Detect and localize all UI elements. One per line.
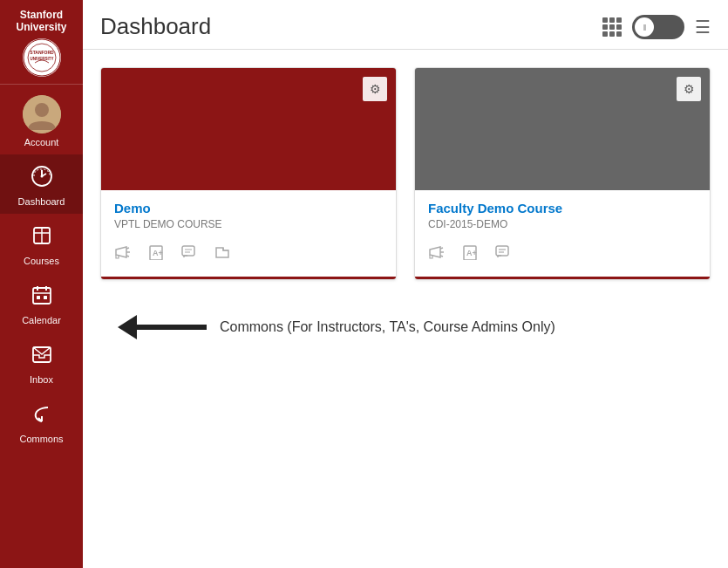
sidebar: Stanford University STANFORD UNIVERSITY … bbox=[0, 0, 83, 568]
svg-point-5 bbox=[35, 103, 49, 117]
toggle-knob bbox=[635, 17, 654, 37]
account-avatar bbox=[23, 95, 61, 133]
page-title: Dashboard bbox=[100, 13, 211, 40]
course-title-demo[interactable]: Demo bbox=[114, 201, 383, 216]
card-settings-button-demo[interactable]: ⚙ bbox=[363, 77, 387, 101]
files-icon-demo[interactable] bbox=[214, 244, 231, 264]
card-actions-demo: A+ bbox=[114, 239, 383, 266]
svg-rect-16 bbox=[44, 296, 47, 299]
grid-dot bbox=[616, 24, 622, 30]
sidebar-item-courses[interactable]: Courses bbox=[0, 214, 83, 273]
courses-icon bbox=[31, 224, 53, 252]
grid-dot bbox=[602, 31, 608, 37]
sidebar-logo: Stanford University STANFORD UNIVERSITY bbox=[0, 0, 83, 85]
university-name: Stanford University bbox=[16, 9, 66, 34]
grades-icon-faculty[interactable]: A+ bbox=[461, 244, 479, 264]
header-controls: ☰ bbox=[602, 15, 711, 39]
stanford-seal: STANFORD UNIVERSITY bbox=[23, 38, 61, 77]
grades-icon-demo[interactable]: A+ bbox=[147, 244, 165, 264]
grid-dot bbox=[616, 31, 622, 37]
svg-rect-23 bbox=[182, 246, 194, 256]
sidebar-item-account[interactable]: Account bbox=[0, 85, 83, 154]
grid-dot bbox=[602, 24, 608, 30]
arrow-shaft bbox=[137, 325, 207, 330]
annotation-arrow bbox=[118, 315, 207, 339]
sidebar-item-calendar[interactable]: Calendar bbox=[0, 273, 83, 332]
card-divider-demo bbox=[101, 277, 396, 279]
svg-rect-11 bbox=[33, 288, 51, 304]
inbox-label: Inbox bbox=[30, 374, 53, 385]
card-body-demo: Demo VPTL DEMO COURSE bbox=[101, 190, 396, 275]
grid-view-icon[interactable] bbox=[602, 17, 622, 37]
card-body-faculty-demo: Faculty Demo Course CDI-2015-DEMO bbox=[415, 190, 710, 275]
svg-line-19 bbox=[126, 248, 129, 249]
sidebar-item-inbox[interactable]: Inbox bbox=[0, 332, 83, 392]
grid-dot bbox=[602, 17, 608, 23]
svg-text:A+: A+ bbox=[466, 249, 477, 257]
inbox-icon bbox=[31, 343, 53, 371]
discussions-icon-demo[interactable] bbox=[180, 244, 198, 264]
svg-text:A+: A+ bbox=[153, 249, 163, 257]
course-title-faculty-demo[interactable]: Faculty Demo Course bbox=[428, 201, 697, 216]
commons-label: Commons bbox=[19, 434, 63, 444]
card-actions-faculty-demo: A+ bbox=[428, 239, 697, 266]
grid-dot bbox=[609, 17, 615, 23]
commons-icon bbox=[31, 402, 53, 430]
card-banner-demo: ⚙ bbox=[101, 68, 396, 190]
dashboard-icon bbox=[31, 165, 53, 193]
main-content: Dashboard ☰ bbox=[83, 0, 728, 568]
menu-icon[interactable]: ☰ bbox=[695, 17, 711, 38]
course-card-demo: ⚙ Demo VPTL DEMO COURSE bbox=[100, 67, 397, 280]
course-subtitle-demo: VPTL DEMO COURSE bbox=[114, 218, 383, 230]
dashboard-label: Dashboard bbox=[18, 196, 65, 207]
sidebar-item-commons[interactable]: Commons bbox=[0, 392, 83, 451]
grid-dot bbox=[616, 17, 622, 23]
grid-dot bbox=[609, 24, 615, 30]
course-card-faculty-demo: ⚙ Faculty Demo Course CDI-2015-DEMO bbox=[414, 67, 711, 280]
commons-annotation-text: Commons (For Instructors, TA's, Course A… bbox=[220, 319, 555, 335]
calendar-label: Calendar bbox=[22, 315, 61, 325]
calendar-icon bbox=[31, 284, 53, 311]
sidebar-item-dashboard[interactable]: Dashboard bbox=[0, 154, 83, 214]
announcements-icon-faculty[interactable] bbox=[428, 244, 446, 264]
svg-line-20 bbox=[126, 256, 129, 257]
page-header: Dashboard ☰ bbox=[83, 0, 728, 50]
courses-content: ⚙ Demo VPTL DEMO COURSE bbox=[83, 50, 728, 568]
announcements-icon-demo[interactable] bbox=[114, 244, 132, 264]
svg-rect-31 bbox=[496, 246, 508, 256]
card-banner-faculty-demo: ⚙ bbox=[415, 68, 710, 190]
commons-annotation: Commons (For Instructors, TA's, Course A… bbox=[100, 306, 711, 348]
card-settings-button-faculty-demo[interactable]: ⚙ bbox=[677, 77, 701, 101]
svg-line-27 bbox=[440, 248, 443, 249]
course-subtitle-faculty-demo: CDI-2015-DEMO bbox=[428, 218, 697, 230]
svg-rect-15 bbox=[37, 296, 40, 299]
courses-label: Courses bbox=[24, 256, 59, 266]
arrow-head bbox=[118, 315, 137, 339]
svg-text:STANFORD: STANFORD bbox=[30, 50, 54, 55]
view-toggle[interactable] bbox=[632, 15, 684, 39]
svg-line-28 bbox=[440, 256, 443, 257]
course-cards-row: ⚙ Demo VPTL DEMO COURSE bbox=[100, 67, 711, 280]
discussions-icon-faculty[interactable] bbox=[494, 244, 512, 264]
account-label: Account bbox=[24, 137, 59, 147]
svg-point-7 bbox=[40, 175, 43, 177]
grid-dot bbox=[609, 31, 615, 37]
card-divider-faculty-demo bbox=[415, 277, 710, 279]
